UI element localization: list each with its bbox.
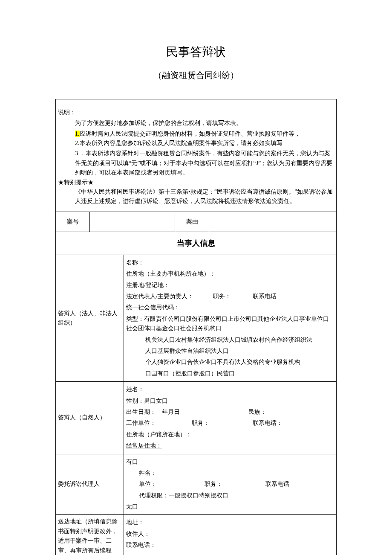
doc-subtitle: （融资租赁合同纠纷） <box>55 68 337 82</box>
person-domicile[interactable]: 住所地（户籍所在地）： <box>126 429 334 440</box>
org-type-opts3[interactable]: 人口基层群众性自治组织法人口 <box>126 346 334 357</box>
delivery-recipient[interactable]: 收件人： <box>126 529 334 540</box>
person-gender[interactable]: 性别：男口女口 <box>126 395 334 407</box>
respondent-person-fields: 姓名： 性别：男口女口 出生日期： 年月日 民族： 工作单位： 职务： 联系电话… <box>124 382 336 453</box>
delivery-row: 送达地址（所填信息除书面特别声明更改外，适用于案件一审、二审、再审所有后续程序）… <box>56 515 336 555</box>
instructions-point3: 3 ．本表所涉内容系针对一般融资租赁合同纠纷案件，有些内容可能与您的案件无关，您… <box>58 149 334 177</box>
org-rep-line: 法定代表人/主要负责人： 职务： 联系电话 <box>126 291 334 302</box>
case-no-label: 案号 <box>56 212 90 232</box>
respondent-org-row: 答辩人（法人、非法人组织） 名称： 住所地（主要办事机构所在地）： 注册地/登记… <box>56 255 336 382</box>
person-dob-value[interactable]: 年月日 <box>162 407 247 417</box>
agent-row: 委托诉讼代理人 有口 姓名： 单位： 职务： 联系电话 代理权限：一般授权口特别… <box>56 454 336 515</box>
instructions-intro: 为了方便您更好地参加诉讼，保护您的合法权利，请填写本表。 <box>75 119 334 128</box>
delivery-phone[interactable]: 联系电话： <box>126 540 334 551</box>
delivery-label: 送达地址（所填信息除书面特别声明更改外，适用于案件一审、二审、再审所有后续程序）… <box>56 515 124 555</box>
person-name[interactable]: 姓名： <box>126 384 334 395</box>
person-dob-line: 出生日期： 年月日 民族： <box>126 407 334 418</box>
org-domicile[interactable]: 住所地（主要办事机构所在地）： <box>126 268 334 279</box>
agent-none[interactable]: 无口 <box>126 501 334 512</box>
person-ethnicity[interactable]: 民族： <box>248 407 266 417</box>
instructions-block: 说明： 为了方便您更好地参加诉讼，保护您的合法权利，请填写本表。 1.应诉时需向… <box>56 99 336 212</box>
agent-phone[interactable]: 联系电话 <box>265 479 289 489</box>
agent-unit[interactable]: 单位： <box>139 479 203 489</box>
doc-title: 民事答辩状 <box>55 43 337 62</box>
org-position[interactable]: 职务： <box>213 292 251 301</box>
case-row: 案号 案由 <box>56 212 336 232</box>
org-name[interactable]: 名称： <box>126 257 334 268</box>
respondent-person-row: 答辩人（自然人） 姓名： 性别：男口女口 出生日期： 年月日 民族： 工作单位：… <box>56 382 336 454</box>
org-type-opts5[interactable]: 口国有口（控股口参股口）民营口 <box>126 368 334 379</box>
person-residence[interactable]: 经常居住地： <box>126 440 334 451</box>
delivery-fields: 地址： 收件人： 联系电话： <box>124 515 336 555</box>
agent-authority[interactable]: 代理权限：一般授权口特别授权口 <box>126 490 334 501</box>
respondent-org-fields: 名称： 住所地（主要办事机构所在地）： 注册地/登记地： 法定代表人/主要负责人… <box>124 255 336 381</box>
point1-text: 应诉时需向人民法院提交证明您身份的材料，如身份证复印件、营业执照复印件等， <box>80 131 300 137</box>
tip-heading: ★特别提示★ <box>58 178 334 187</box>
instructions-heading: 说明： <box>58 108 334 117</box>
agent-label: 委托诉讼代理人 <box>56 454 124 515</box>
agent-unit-line: 单位： 职务： 联系电话 <box>126 479 334 490</box>
person-phone[interactable]: 联系电话： <box>253 418 282 428</box>
case-cause-label: 案由 <box>175 212 209 232</box>
person-position[interactable]: 职务： <box>192 418 251 428</box>
instructions-point1: 1.应诉时需向人民法院提交证明您身份的材料，如身份证复印件、营业执照复印件等， <box>75 129 334 139</box>
agent-fields: 有口 姓名： 单位： 职务： 联系电话 代理权限：一般授权口特别授权口 无口 <box>124 454 336 515</box>
agent-has[interactable]: 有口 <box>126 456 334 468</box>
org-phone[interactable]: 联系电话 <box>253 292 277 301</box>
instructions-point2: 2.本表所列内容是您参加诉讼以及人民法院查明案件事实所需，请务必如实填写 <box>75 139 334 148</box>
person-employer[interactable]: 工作单位： <box>126 418 190 428</box>
delivery-address[interactable]: 地址： <box>126 517 334 528</box>
org-type-line: 类型：有限责任公司口股份有限公司口上市公司口其他企业法人口事业单位口社会团体口基… <box>126 314 334 334</box>
case-no-value[interactable] <box>90 212 175 232</box>
org-type-opts2[interactable]: 机关法人口农村集体经济组织法人口城镇农村的合作经济组织法 <box>126 334 334 346</box>
org-type-label: 类型： <box>126 316 144 322</box>
highlight-1: 1. <box>75 131 80 137</box>
form-container: 说明： 为了方便您更好地参加诉讼，保护您的合法权利，请填写本表。 1.应诉时需向… <box>55 99 337 555</box>
org-type-opts1[interactable]: 有限责任公司口股份有限公司口上市公司口其他企业法人口事业单位口社会团体口基金会口… <box>126 316 329 331</box>
respondent-person-label: 答辩人（自然人） <box>56 382 124 453</box>
agent-position[interactable]: 职务： <box>205 479 264 489</box>
org-legal-rep[interactable]: 法定代表人/主要负责人： <box>126 292 211 301</box>
org-type-opts4[interactable]: 个人独资企业口合伙企业口不具有法人资格的专业服务机构 <box>126 357 334 368</box>
case-cause-value[interactable] <box>209 212 336 232</box>
respondent-org-label: 答辩人（法人、非法人组织） <box>56 255 124 381</box>
org-registered[interactable]: 注册地/登记地： <box>126 280 334 291</box>
tip-body: 《中华人民共和国民事诉讼法》第十三条第•款规定：“民事诉讼应当遵循诚信原则。”如… <box>75 187 334 206</box>
section-party-heading: 当事人信息 <box>56 232 336 255</box>
org-uscc[interactable]: 统一社会信用代码： <box>126 302 334 313</box>
person-dob-label: 出生日期： <box>126 407 160 417</box>
person-work-line: 工作单位： 职务： 联系电话： <box>126 418 334 429</box>
agent-name[interactable]: 姓名： <box>126 468 334 479</box>
